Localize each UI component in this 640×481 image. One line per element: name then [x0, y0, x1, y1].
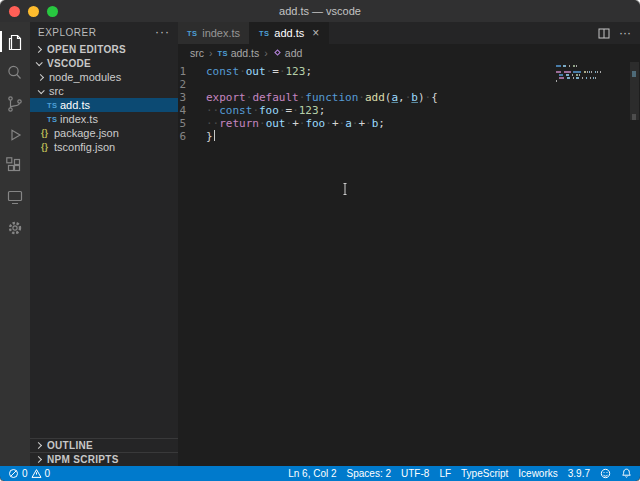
tree-item-index.ts[interactable]: TSindex.ts	[30, 112, 178, 126]
breadcrumb-separator-icon: ›	[209, 47, 213, 59]
split-editor-icon[interactable]	[598, 27, 610, 40]
problems-indicator[interactable]: 0 0	[8, 468, 50, 479]
window-title: add.ts — vscode	[0, 5, 640, 17]
editor-group: TSindex.tsTSadd.ts× ··· src›TSadd.ts›add…	[178, 22, 640, 466]
feedback-smiley-icon[interactable]	[600, 468, 611, 479]
status-lf[interactable]: LF	[439, 468, 451, 479]
line-number: 3	[178, 91, 204, 104]
outline-section-header[interactable]: OUTLINE	[30, 438, 178, 452]
chevron-right-icon	[35, 45, 42, 52]
status-iceworks[interactable]: Iceworks	[518, 468, 557, 479]
editor-more-actions-icon[interactable]: ···	[619, 26, 631, 40]
bell-icon[interactable]	[621, 468, 632, 479]
open-editors-section-header[interactable]: OPEN EDITORS	[30, 42, 178, 56]
tree-item-add.ts[interactable]: TSadd.ts	[30, 98, 178, 112]
json-file-icon: {}	[41, 128, 54, 138]
status-spaces-2[interactable]: Spaces: 2	[347, 468, 391, 479]
source-control-icon	[5, 94, 25, 114]
activity-item-source-control[interactable]	[0, 88, 30, 119]
code-text: ··const·foo·=·123;	[206, 104, 325, 117]
iceworks-icon	[5, 187, 25, 207]
close-window-button[interactable]	[9, 6, 20, 17]
npm-scripts-section-header[interactable]: NPM SCRIPTS	[30, 452, 178, 466]
code-line[interactable]: 4··const·foo·=·123;	[178, 104, 640, 117]
sidebar-more-actions-icon[interactable]: ···	[155, 25, 170, 39]
window-controls	[0, 6, 58, 17]
line-number: 6	[178, 130, 204, 143]
chevron-down-icon	[36, 59, 43, 66]
typescript-file-icon: TS	[218, 49, 228, 58]
minimap[interactable]	[556, 65, 594, 83]
status-ln-6-col-2[interactable]: Ln 6, Col 2	[288, 468, 336, 479]
warning-count: 0	[45, 468, 51, 479]
breadcrumb-item-src[interactable]: src	[190, 47, 204, 59]
tree-item-package.json[interactable]: {}package.json	[30, 126, 178, 140]
activity-item-iceworks[interactable]	[0, 181, 30, 212]
overview-ruler-mark	[632, 114, 636, 120]
editor-tab-index.ts[interactable]: TSindex.ts	[178, 22, 250, 44]
errors-icon	[8, 468, 19, 479]
minimap-line	[556, 77, 594, 79]
line-number: 1	[178, 65, 204, 78]
activity-item-search[interactable]	[0, 57, 30, 88]
breadcrumb: src›TSadd.ts›add	[178, 44, 640, 62]
minimap-line	[556, 80, 594, 82]
zoom-window-button[interactable]	[47, 6, 58, 17]
close-tab-icon[interactable]: ×	[312, 27, 319, 39]
activity-item-extensions[interactable]	[0, 150, 30, 181]
tree-item-node_modules[interactable]: node_modules	[30, 70, 178, 84]
open-editors-label: OPEN EDITORS	[47, 44, 126, 55]
editor-tab-add.ts[interactable]: TSadd.ts×	[250, 22, 329, 44]
typescript-file-icon: TS	[259, 29, 269, 38]
sidebar-title: EXPLORER	[38, 27, 96, 38]
editor-scrollbar[interactable]	[629, 62, 640, 466]
tree-item-tsconfig.json[interactable]: {}tsconfig.json	[30, 140, 178, 154]
npm-scripts-label: NPM SCRIPTS	[47, 454, 119, 465]
tree-item-src[interactable]: src	[30, 84, 178, 98]
activity-bar	[0, 22, 30, 466]
file-name: src	[49, 85, 64, 97]
activity-item-explorer[interactable]	[0, 26, 30, 57]
file-name: tsconfig.json	[54, 141, 115, 153]
code-text: ··return·out·+·foo·+·a·+·b;	[206, 117, 385, 130]
method-symbol-icon	[273, 47, 282, 59]
status-typescript[interactable]: TypeScript	[461, 468, 508, 479]
breadcrumb-separator-icon: ›	[264, 47, 268, 59]
typescript-file-icon: TS	[47, 115, 60, 124]
file-name: add.ts	[60, 99, 90, 111]
activity-item-settings[interactable]	[0, 212, 30, 243]
minimap-line	[556, 68, 594, 70]
minimap-line	[556, 71, 594, 73]
status-utf-8[interactable]: UTF-8	[401, 468, 429, 479]
code-text: export·default·function·add(a,·b)·{	[206, 91, 438, 104]
code-line[interactable]: 6}	[178, 130, 640, 143]
status-bar: 0 0 Ln 6, Col 2Spaces: 2UTF-8LFTypeScrip…	[0, 466, 640, 481]
file-name: index.ts	[60, 113, 98, 125]
file-tree: node_modulessrcTSadd.tsTSindex.ts{}packa…	[30, 70, 178, 154]
typescript-file-icon: TS	[187, 29, 197, 38]
code-line[interactable]: 5··return·out·+·foo·+·a·+·b;	[178, 117, 640, 130]
activity-item-run-debug[interactable]	[0, 119, 30, 150]
typescript-file-icon: TS	[47, 101, 60, 110]
breadcrumb-label: add	[285, 47, 303, 59]
code-editor[interactable]: 1const·out·=·123;23export·default·functi…	[178, 62, 640, 466]
tab-label: index.ts	[202, 27, 240, 39]
mouse-ibeam-cursor	[341, 182, 349, 199]
run-debug-icon	[5, 125, 25, 145]
gear-icon	[5, 218, 25, 238]
tab-bar: TSindex.tsTSadd.ts× ···	[178, 22, 640, 44]
minimap-line	[556, 74, 594, 76]
breadcrumb-label: add.ts	[231, 47, 260, 59]
outline-label: OUTLINE	[47, 440, 93, 451]
workspace-section-header[interactable]: VSCODE	[30, 56, 178, 70]
code-text: }	[206, 130, 215, 143]
workspace-label: VSCODE	[47, 58, 91, 69]
chevron-right-icon	[35, 456, 42, 463]
status-3-9-7[interactable]: 3.9.7	[568, 468, 590, 479]
breadcrumb-item-add[interactable]: add	[273, 47, 303, 59]
code-line[interactable]: 3export·default·function·add(a,·b)·{	[178, 91, 640, 104]
minimize-window-button[interactable]	[28, 6, 39, 17]
title-bar[interactable]: add.ts — vscode	[0, 0, 640, 22]
editor-caret	[214, 130, 216, 141]
breadcrumb-item-add.ts[interactable]: TSadd.ts	[218, 47, 260, 59]
